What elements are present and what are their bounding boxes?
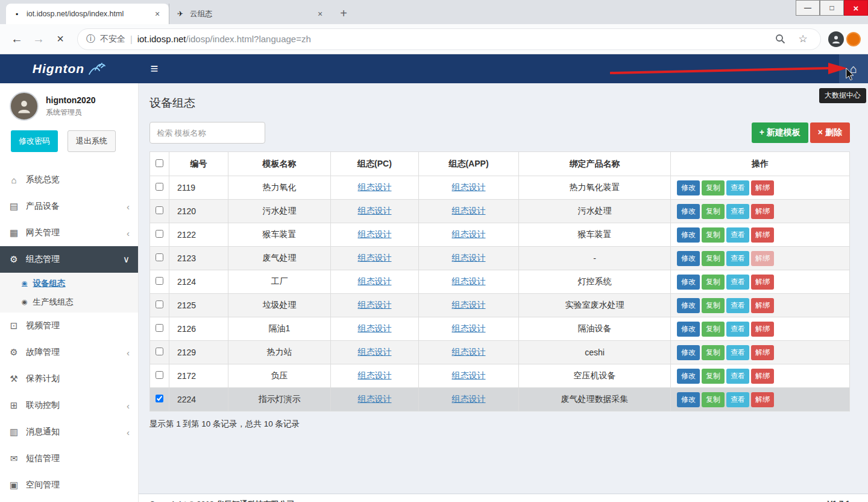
modify-button[interactable]: 修改 <box>677 392 700 407</box>
modify-button[interactable]: 修改 <box>677 180 700 195</box>
unbind-button[interactable]: 解绑 <box>751 298 774 313</box>
sidebar-item-maintenance[interactable]: ⚒保养计划 <box>0 366 138 392</box>
bookmark-star-icon[interactable]: ☆ <box>794 30 812 48</box>
modify-button[interactable]: 修改 <box>677 345 700 360</box>
app-design-link[interactable]: 组态设计 <box>452 394 486 404</box>
new-template-button[interactable]: +新建模板 <box>752 122 808 143</box>
row-checkbox[interactable] <box>156 300 163 308</box>
app-design-link[interactable]: 组态设计 <box>452 300 486 310</box>
view-button[interactable]: 查看 <box>726 180 749 195</box>
unbind-button[interactable]: 解绑 <box>751 392 774 407</box>
bigdata-home-icon[interactable]: ⌂ <box>839 54 868 83</box>
row-checkbox[interactable] <box>156 183 163 191</box>
unbind-button[interactable]: 解绑 <box>751 227 774 243</box>
close-tab-icon[interactable]: × <box>152 8 163 19</box>
unbind-button[interactable]: 解绑 <box>751 275 774 290</box>
view-button[interactable]: 查看 <box>726 227 749 243</box>
info-icon[interactable]: ⓘ <box>86 33 95 45</box>
minimize-button[interactable]: — <box>796 0 820 16</box>
app-design-link[interactable]: 组态设计 <box>452 323 486 333</box>
browser-update-icon[interactable] <box>846 32 861 46</box>
unbind-button[interactable]: 解绑 <box>751 251 774 266</box>
pc-design-link[interactable]: 组态设计 <box>358 182 392 192</box>
pc-design-link[interactable]: 组态设计 <box>358 229 392 239</box>
copy-button[interactable]: 复制 <box>702 180 725 195</box>
zoom-icon[interactable] <box>771 30 789 48</box>
copy-button[interactable]: 复制 <box>702 204 725 219</box>
sidebar-item-space[interactable]: ▣空间管理 <box>0 472 138 498</box>
logout-button[interactable]: 退出系统 <box>68 130 116 152</box>
modify-button[interactable]: 修改 <box>677 275 700 290</box>
sidebar-item-config[interactable]: ⚙组态管理∨ <box>0 246 138 273</box>
app-design-link[interactable]: 组态设计 <box>452 253 486 262</box>
view-button[interactable]: 查看 <box>726 392 749 407</box>
sidebar-item-linkage[interactable]: ⊞联动控制‹ <box>0 392 138 419</box>
row-checkbox[interactable] <box>156 277 163 285</box>
view-button[interactable]: 查看 <box>726 275 749 290</box>
back-button[interactable]: ← <box>7 30 27 49</box>
modify-button[interactable]: 修改 <box>677 251 700 266</box>
pc-design-link[interactable]: 组态设计 <box>358 394 392 404</box>
pc-design-link[interactable]: 组态设计 <box>358 253 392 262</box>
copy-button[interactable]: 复制 <box>702 298 725 313</box>
brand-logo[interactable]: Hignton <box>0 54 139 83</box>
row-checkbox[interactable] <box>156 206 163 214</box>
modify-button[interactable]: 修改 <box>677 322 700 337</box>
view-button[interactable]: 查看 <box>726 251 749 266</box>
browser-tab-current[interactable]: ▪ iot.idosp.net/idosp/index.html × <box>6 4 169 24</box>
sidebar-item-fault[interactable]: ⚙故障管理‹ <box>0 339 138 366</box>
modify-button[interactable]: 修改 <box>677 227 700 243</box>
row-checkbox[interactable] <box>156 230 163 238</box>
sidebar-item-video[interactable]: ⊡视频管理 <box>0 313 138 339</box>
unbind-button[interactable]: 解绑 <box>751 180 774 195</box>
copy-button[interactable]: 复制 <box>702 227 725 243</box>
select-all-checkbox[interactable] <box>156 159 163 167</box>
copy-button[interactable]: 复制 <box>702 251 725 266</box>
row-checkbox[interactable] <box>156 371 163 379</box>
row-checkbox[interactable] <box>156 253 163 261</box>
unbind-button[interactable]: 解绑 <box>751 204 774 219</box>
close-tab-icon[interactable]: × <box>315 8 326 19</box>
sidebar-item-sms[interactable]: ✉短信管理 <box>0 445 138 472</box>
sidebar-item-gateway[interactable]: ▦网关管理‹ <box>0 220 138 246</box>
pc-design-link[interactable]: 组态设计 <box>358 323 392 333</box>
sidebar-subitem-line-config[interactable]: ◉生产线组态 <box>0 293 138 311</box>
sidebar-item-overview[interactable]: ⌂系统总览 <box>0 167 138 193</box>
new-tab-button[interactable]: + <box>335 5 352 22</box>
view-button[interactable]: 查看 <box>726 369 749 384</box>
sidebar-item-message[interactable]: ▥消息通知‹ <box>0 419 138 445</box>
app-design-link[interactable]: 组态设计 <box>452 276 486 286</box>
pc-design-link[interactable]: 组态设计 <box>358 300 392 310</box>
row-checkbox[interactable] <box>156 395 163 402</box>
maximize-button[interactable]: □ <box>820 0 844 16</box>
row-checkbox[interactable] <box>156 324 163 332</box>
sidebar-item-products[interactable]: ▤产品设备‹ <box>0 193 138 220</box>
modify-button[interactable]: 修改 <box>677 369 700 384</box>
close-window-button[interactable]: × <box>844 0 868 16</box>
view-button[interactable]: 查看 <box>726 298 749 313</box>
view-button[interactable]: 查看 <box>726 204 749 219</box>
template-search-input[interactable] <box>149 122 265 144</box>
pc-design-link[interactable]: 组态设计 <box>358 276 392 286</box>
change-password-button[interactable]: 修改密码 <box>11 130 58 152</box>
app-design-link[interactable]: 组态设计 <box>452 229 486 239</box>
pc-design-link[interactable]: 组态设计 <box>358 370 392 380</box>
browser-tab-cloud-config[interactable]: ✈ 云组态 × <box>169 4 332 24</box>
pc-design-link[interactable]: 组态设计 <box>358 347 392 357</box>
copy-button[interactable]: 复制 <box>702 322 725 337</box>
browser-profile-icon[interactable] <box>828 31 844 47</box>
app-design-link[interactable]: 组态设计 <box>452 347 486 357</box>
row-checkbox[interactable] <box>156 348 163 355</box>
address-bar[interactable]: ⓘ 不安全 | iot.idosp.net/idosp/index.html?l… <box>77 28 821 50</box>
copy-button[interactable]: 复制 <box>702 392 725 407</box>
stop-reload-button[interactable]: × <box>51 30 70 49</box>
view-button[interactable]: 查看 <box>726 345 749 360</box>
app-design-link[interactable]: 组态设计 <box>452 206 486 215</box>
modify-button[interactable]: 修改 <box>677 298 700 313</box>
sidebar-toggle-icon[interactable]: ≡ <box>139 54 170 83</box>
unbind-button[interactable]: 解绑 <box>751 322 774 337</box>
modify-button[interactable]: 修改 <box>677 204 700 219</box>
forward-button[interactable]: → <box>29 30 48 49</box>
unbind-button[interactable]: 解绑 <box>751 369 774 384</box>
sidebar-subitem-device-config[interactable]: ◉设备组态 <box>0 274 138 293</box>
